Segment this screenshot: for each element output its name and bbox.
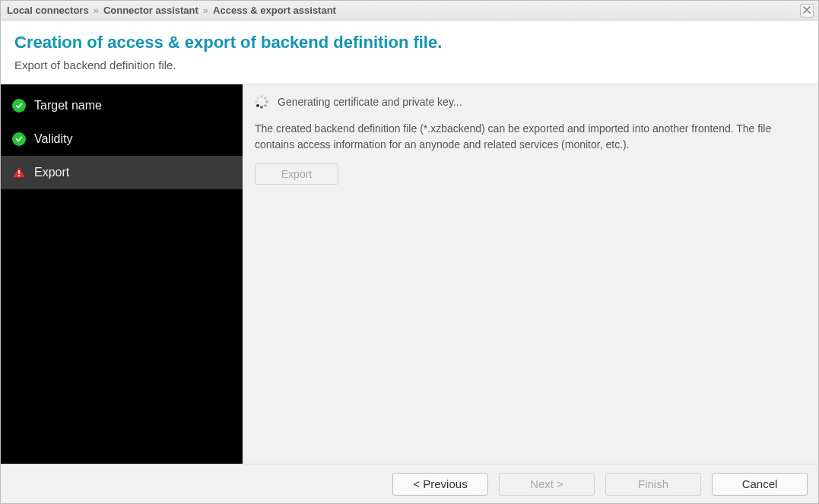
previous-button[interactable]: < Previous [392, 473, 488, 496]
step-label: Validity [34, 132, 72, 146]
close-icon [803, 5, 811, 15]
breadcrumb: Local connectors » Connector assistant »… [7, 5, 800, 16]
step-label: Target name [34, 99, 102, 113]
step-target-name[interactable]: Target name [1, 89, 243, 122]
next-button[interactable]: Next > [499, 473, 595, 496]
step-label: Export [34, 166, 69, 179]
check-icon [11, 132, 27, 147]
svg-rect-1 [18, 175, 20, 176]
breadcrumb-separator: » [94, 5, 99, 16]
breadcrumb-separator: » [203, 5, 208, 16]
page-title: Creation of access & export of backend d… [14, 33, 805, 52]
cancel-button[interactable]: Cancel [712, 473, 808, 496]
wizard-body: Target name Validity Export Generati [1, 84, 818, 464]
wizard-sidebar: Target name Validity Export [1, 84, 243, 464]
step-validity[interactable]: Validity [1, 122, 243, 156]
wizard-window: Local connectors » Connector assistant »… [0, 0, 819, 504]
finish-button[interactable]: Finish [605, 473, 701, 496]
svg-rect-0 [18, 170, 20, 174]
wizard-footer: < Previous Next > Finish Cancel [1, 464, 818, 503]
check-icon [11, 98, 27, 113]
breadcrumb-item[interactable]: Access & export assistant [213, 5, 336, 16]
titlebar: Local connectors » Connector assistant »… [1, 1, 818, 21]
wizard-header: Creation of access & export of backend d… [1, 21, 818, 84]
step-export[interactable]: Export [1, 156, 243, 189]
export-button[interactable]: Export [255, 163, 338, 185]
breadcrumb-item[interactable]: Connector assistant [103, 5, 198, 16]
status-row: Generating certificate and private key..… [255, 95, 806, 109]
breadcrumb-item[interactable]: Local connectors [7, 5, 89, 16]
wizard-main: Generating certificate and private key..… [243, 84, 818, 464]
description-text: The created backend definition file (*.x… [255, 121, 806, 153]
status-message: Generating certificate and private key..… [278, 96, 462, 108]
page-subtitle: Export of backend definition file. [14, 59, 805, 71]
spinner-icon [255, 95, 268, 109]
warning-icon [11, 166, 27, 179]
close-button[interactable] [800, 4, 814, 17]
